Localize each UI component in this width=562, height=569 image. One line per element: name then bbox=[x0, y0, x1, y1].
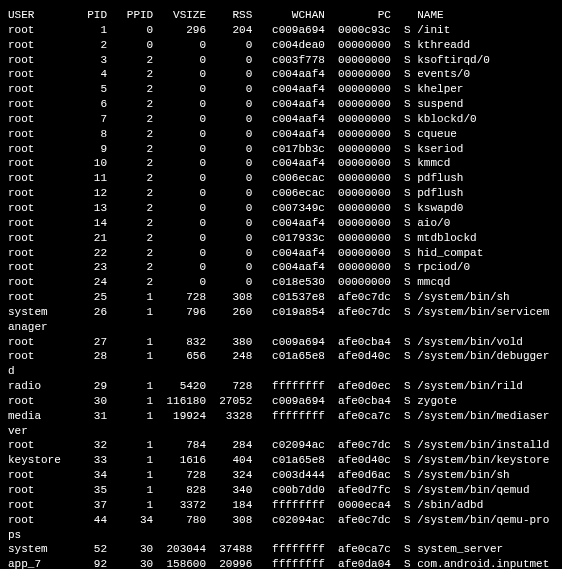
terminal-line: root 7 2 0 0 c004aaf4 00000000 S kblockd… bbox=[8, 112, 554, 127]
terminal-line: root 21 2 0 0 c017933c 00000000 S mtdblo… bbox=[8, 231, 554, 246]
terminal-line: root 9 2 0 0 c017bb3c 00000000 S kseriod bbox=[8, 142, 554, 157]
terminal-line: root 13 2 0 0 c007349c 00000000 S kswapd… bbox=[8, 201, 554, 216]
terminal-line: root 1 0 296 204 c009a694 0000c93c S /in… bbox=[8, 23, 554, 38]
terminal-line: root 44 34 780 308 c02094ac afe0c7dc S /… bbox=[8, 513, 554, 528]
terminal-line: root 14 2 0 0 c004aaf4 00000000 S aio/0 bbox=[8, 216, 554, 231]
terminal-line: root 28 1 656 248 c01a65e8 afe0d40c S /s… bbox=[8, 349, 554, 364]
terminal-line: ver bbox=[8, 424, 554, 439]
terminal-line: system 52 30 203044 37488 ffffffff afe0c… bbox=[8, 542, 554, 557]
terminal-line: root 32 1 784 284 c02094ac afe0c7dc S /s… bbox=[8, 438, 554, 453]
terminal-line: ps bbox=[8, 528, 554, 543]
terminal-line: USER PID PPID VSIZE RSS WCHAN PC NAME bbox=[8, 8, 554, 23]
terminal-line: root 10 2 0 0 c004aaf4 00000000 S kmmcd bbox=[8, 156, 554, 171]
terminal-line: media 31 1 19924 3328 ffffffff afe0ca7c … bbox=[8, 409, 554, 424]
terminal-line: root 25 1 728 308 c01537e8 afe0c7dc S /s… bbox=[8, 290, 554, 305]
terminal-line: root 30 1 116180 27052 c009a694 afe0cba4… bbox=[8, 394, 554, 409]
terminal-line: root 37 1 3372 184 ffffffff 0000eca4 S /… bbox=[8, 498, 554, 513]
terminal-line: root 8 2 0 0 c004aaf4 00000000 S cqueue bbox=[8, 127, 554, 142]
terminal-line: system 26 1 796 260 c019a854 afe0c7dc S … bbox=[8, 305, 554, 320]
terminal-line: root 24 2 0 0 c018e530 00000000 S mmcqd bbox=[8, 275, 554, 290]
terminal-line: root 5 2 0 0 c004aaf4 00000000 S khelper bbox=[8, 82, 554, 97]
terminal-line: root 3 2 0 0 c003f778 00000000 S ksoftir… bbox=[8, 53, 554, 68]
terminal-line: root 6 2 0 0 c004aaf4 00000000 S suspend bbox=[8, 97, 554, 112]
terminal-line: root 12 2 0 0 c006ecac 00000000 S pdflus… bbox=[8, 186, 554, 201]
terminal-line: radio 29 1 5420 728 ffffffff afe0d0ec S … bbox=[8, 379, 554, 394]
terminal-line: root 23 2 0 0 c004aaf4 00000000 S rpciod… bbox=[8, 260, 554, 275]
terminal-line: root 34 1 728 324 c003d444 afe0d6ac S /s… bbox=[8, 468, 554, 483]
terminal-line: root 22 2 0 0 c004aaf4 00000000 S hid_co… bbox=[8, 246, 554, 261]
terminal-line: root 4 2 0 0 c004aaf4 00000000 S events/… bbox=[8, 67, 554, 82]
terminal-output: USER PID PPID VSIZE RSS WCHAN PC NAMEroo… bbox=[8, 8, 554, 569]
terminal-line: root 27 1 832 380 c009a694 afe0cba4 S /s… bbox=[8, 335, 554, 350]
terminal-line: keystore 33 1 1616 404 c01a65e8 afe0d40c… bbox=[8, 453, 554, 468]
terminal-line: root 11 2 0 0 c006ecac 00000000 S pdflus… bbox=[8, 171, 554, 186]
terminal-line: root 2 0 0 0 c004dea0 00000000 S kthread… bbox=[8, 38, 554, 53]
terminal-line: anager bbox=[8, 320, 554, 335]
terminal-line: app_7 92 30 158600 20996 ffffffff afe0da… bbox=[8, 557, 554, 569]
terminal-line: root 35 1 828 340 c00b7dd0 afe0d7fc S /s… bbox=[8, 483, 554, 498]
terminal-line: d bbox=[8, 364, 554, 379]
